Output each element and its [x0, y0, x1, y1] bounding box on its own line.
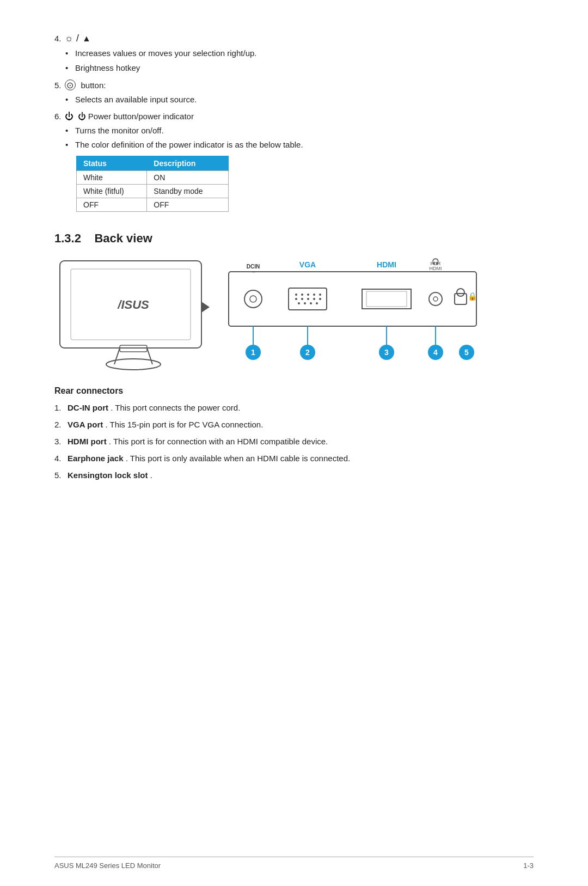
- svg-text:VGA: VGA: [299, 260, 316, 269]
- svg-point-28: [319, 298, 321, 300]
- svg-point-27: [313, 298, 315, 300]
- item-6-bullets: Turns the monitor on/off. The color defi…: [54, 125, 534, 151]
- input-source-icon: ⊙: [65, 80, 76, 90]
- svg-marker-7: [201, 302, 210, 313]
- svg-point-32: [316, 302, 318, 304]
- svg-rect-35: [455, 294, 467, 304]
- list-item-4: 4. Earphone jack . This port is only ava…: [54, 452, 534, 465]
- svg-point-24: [295, 298, 297, 300]
- list-item-3: 3. HDMI port . This port is for connecti…: [54, 435, 534, 448]
- item-4-number: 4.: [54, 34, 62, 43]
- svg-point-31: [310, 302, 312, 304]
- svg-point-20: [301, 294, 303, 296]
- svg-text:HDMI: HDMI: [377, 260, 396, 269]
- svg-point-19: [295, 294, 297, 296]
- item-6-label: ⏻ Power button/power indicator: [78, 112, 194, 121]
- svg-text:3: 3: [384, 348, 389, 357]
- item-5-number: 5.: [54, 81, 62, 90]
- list-item-1: 1. DC-IN port . This port connects the p…: [54, 401, 534, 414]
- hdmi-text: . This port is for connection with an HD…: [109, 437, 328, 446]
- svg-text:/ISUS: /ISUS: [117, 298, 149, 311]
- desc-off: OFF: [147, 198, 229, 211]
- svg-text:🔒: 🔒: [468, 292, 477, 301]
- earphone-text: . This port is only available when an HD…: [126, 454, 350, 463]
- dc-in-text: . This port connects the power cord.: [111, 403, 240, 412]
- table-header-status: Status: [77, 156, 147, 170]
- vga-label: VGA port: [68, 420, 103, 429]
- vga-text: . This 15-pin port is for PC VGA connect…: [105, 420, 263, 429]
- item-4-bullets: Increases values or moves your selection…: [54, 47, 534, 74]
- svg-point-26: [307, 298, 309, 300]
- svg-text:1: 1: [251, 348, 255, 357]
- svg-rect-8: [229, 272, 476, 326]
- monitor-back-illustration: /ISUS: [54, 255, 212, 375]
- bullet-power-2: The color definition of the power indica…: [65, 139, 534, 151]
- svg-point-17: [250, 296, 256, 302]
- svg-text:4: 4: [433, 348, 438, 357]
- kensington-label: Kensington lock slot: [68, 471, 148, 480]
- svg-point-22: [313, 294, 315, 296]
- item-5-header: 5. ⊙ button:: [54, 80, 534, 90]
- item-5-bullets: Selects an available input source.: [54, 94, 534, 106]
- table-header-description: Description: [147, 156, 229, 170]
- bullet-power-1: Turns the monitor on/off.: [65, 125, 534, 137]
- connector-list: 1. DC-IN port . This port connects the p…: [54, 401, 534, 482]
- svg-text:HDMI: HDMI: [430, 266, 442, 271]
- bullet-input: Selects an available input source.: [65, 94, 534, 106]
- brightness-icon: ☼ /: [65, 33, 79, 44]
- footer-left: ASUS ML249 Series LED Monitor: [54, 861, 161, 870]
- earphone-label: Earphone jack: [68, 454, 124, 463]
- page: 4. ☼ / ▲ Increases values or moves your …: [0, 0, 588, 886]
- item-5-label: button:: [81, 81, 106, 90]
- section-num: 1.3.2: [54, 231, 81, 245]
- svg-text:🎧: 🎧: [432, 258, 439, 265]
- status-white: White: [77, 170, 147, 184]
- diagram-area: /ISUS DCIN ⎓ VGA HDMI FOR HDMI 🎧: [54, 255, 534, 375]
- svg-line-4: [114, 348, 120, 364]
- item-5: 5. ⊙ button: Selects an available input …: [54, 80, 534, 106]
- list-item-5: 5. Kensington lock slot .: [54, 469, 534, 482]
- table-row: OFF OFF: [77, 198, 229, 211]
- dc-in-label: DC-IN port: [68, 403, 108, 412]
- status-white-fitful: White (fitful): [77, 184, 147, 198]
- item-6-header: 6. ⏻ ⏻ Power button/power indicator: [54, 112, 534, 121]
- hdmi-label: HDMI port: [68, 437, 107, 446]
- bullet-2: Brightness hotkey: [65, 62, 534, 75]
- item-4-header: 4. ☼ / ▲: [54, 33, 534, 44]
- svg-point-23: [319, 294, 321, 296]
- svg-point-29: [298, 302, 300, 304]
- svg-point-34: [433, 297, 438, 301]
- power-indicator-table: Status Description White ON White (fitfu…: [76, 156, 229, 212]
- footer-right: 1-3: [523, 861, 534, 870]
- section-title: Back view: [94, 231, 152, 245]
- table-row: White ON: [77, 170, 229, 184]
- svg-line-5: [147, 348, 152, 364]
- svg-point-25: [301, 298, 303, 300]
- item-6-number: 6.: [54, 112, 62, 121]
- page-footer: ASUS ML249 Series LED Monitor 1-3: [54, 857, 534, 870]
- svg-point-30: [304, 302, 306, 304]
- back-view-heading: 1.3.2 Back view: [54, 231, 534, 246]
- item-4: 4. ☼ / ▲ Increases values or moves your …: [54, 33, 534, 74]
- svg-point-21: [307, 294, 309, 296]
- svg-text:2: 2: [305, 348, 310, 357]
- table-row: White (fitful) Standby mode: [77, 184, 229, 198]
- desc-on: ON: [147, 170, 229, 184]
- item-6: 6. ⏻ ⏻ Power button/power indicator Turn…: [54, 112, 534, 212]
- svg-point-16: [244, 290, 262, 308]
- svg-point-33: [429, 292, 442, 305]
- kensington-text: .: [150, 471, 152, 480]
- power-icon: ⏻: [65, 112, 74, 121]
- list-item-2: 2. VGA port . This 15-pin port is for PC…: [54, 418, 534, 431]
- desc-standby: Standby mode: [147, 184, 229, 198]
- rear-connectors-heading: Rear connectors: [54, 386, 534, 396]
- arrow-up-icon: ▲: [82, 34, 91, 44]
- svg-text:5: 5: [464, 348, 469, 357]
- status-off: OFF: [77, 198, 147, 211]
- svg-point-36: [457, 289, 464, 296]
- connector-closeup-diagram: DCIN ⎓ VGA HDMI FOR HDMI 🎧: [223, 255, 485, 375]
- power-table-container: Status Description White ON White (fitfu…: [76, 156, 534, 212]
- bullet-1: Increases values or moves your selection…: [65, 47, 534, 60]
